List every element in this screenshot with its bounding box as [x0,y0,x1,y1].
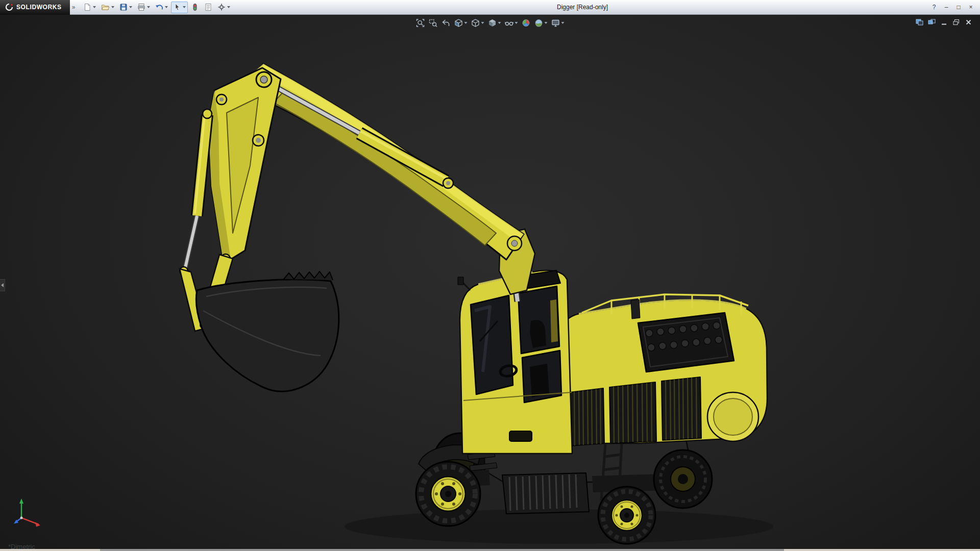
display-style-button[interactable] [486,17,503,29]
dropdown-caret-icon[interactable] [464,22,468,24]
document-icon [83,3,91,11]
undo-arrow-icon [155,3,163,11]
restore-icon [952,19,960,26]
tile-window-button[interactable] [915,18,924,26]
solidworks-logo: SOLIDWORKS [0,0,70,15]
dassault-logo-icon [5,3,13,11]
mirror [458,277,463,285]
previous-view-button[interactable] [440,17,452,29]
wheel-rear-right[interactable] [654,450,712,508]
save-button[interactable] [117,2,134,13]
bucket-teeth [284,271,333,280]
upper-body[interactable] [555,294,767,446]
options-button[interactable] [215,2,232,13]
undo-button[interactable] [153,2,170,13]
bucket[interactable] [196,271,338,391]
menu-expand-chevron-icon[interactable]: » [72,4,76,11]
wireframe-cube-icon [471,18,480,28]
scene-ball-icon [534,18,544,28]
cascade-windows-icon [928,19,936,26]
edit-appearance-button[interactable] [520,17,532,29]
dropdown-caret-icon[interactable] [227,6,230,8]
heads-up-view-toolbar [414,17,566,29]
restore-document-button[interactable] [952,18,961,26]
apply-scene-button[interactable] [533,17,549,29]
dropdown-caret-icon[interactable] [515,22,518,24]
section-view-button[interactable] [453,17,469,29]
back-arrow-icon [442,18,451,28]
magnifier-area-icon [429,18,438,28]
magnifier-fit-icon [416,18,425,28]
floppy-icon [119,3,128,11]
wheel-front-left[interactable] [416,462,480,526]
status-bar-inset [100,549,784,551]
window-controls: ? – □ × [929,2,980,12]
help-button[interactable]: ? [929,2,939,12]
minimize-document-button[interactable] [940,18,948,26]
dropdown-caret-icon[interactable] [183,6,186,8]
document-window-controls [915,18,973,26]
print-button[interactable] [135,2,152,13]
section-cube-icon [454,18,463,28]
document-lines-icon [204,3,212,11]
view-orientation-button[interactable] [470,17,486,29]
folder-icon [101,3,110,11]
dropdown-caret-icon[interactable] [498,22,501,24]
dropdown-caret-icon[interactable] [545,22,548,24]
color-ball-icon [522,18,531,28]
seat [530,320,546,348]
engine-block[interactable] [638,313,734,372]
dropdown-caret-icon[interactable] [481,22,484,24]
dropdown-caret-icon[interactable] [129,6,132,8]
status-bar [0,549,980,551]
shaded-cube-icon [488,18,497,28]
dropdown-caret-icon[interactable] [93,6,96,8]
orientation-triad [14,498,40,527]
dropdown-caret-icon[interactable] [111,6,114,8]
select-button[interactable] [171,2,188,13]
minimize-button[interactable]: – [941,2,951,12]
exhaust [631,299,640,319]
wheel-front-right[interactable] [598,487,655,544]
close-icon [965,19,972,26]
printer-icon [137,3,145,11]
title-bar: SOLIDWORKS » [0,0,980,15]
hide-show-items-button[interactable] [503,17,520,29]
zoom-to-fit-button[interactable] [414,17,427,29]
open-button[interactable] [99,2,116,13]
cursor-icon [173,3,181,11]
document-title: Digger [Read-only] [185,0,980,15]
close-document-button[interactable] [964,18,973,26]
main-toolbar [81,2,232,13]
rebuild-button[interactable] [189,2,201,13]
collapse-arrow-icon [1,283,4,287]
dropdown-caret-icon[interactable] [165,6,168,8]
new-document-button[interactable] [81,2,98,13]
graphics-area[interactable]: *Dimetric [0,15,980,551]
maximize-button[interactable]: □ [953,2,964,12]
glasses-icon [505,18,514,28]
dropdown-caret-icon[interactable] [147,6,150,8]
file-properties-button[interactable] [202,2,214,13]
ground-shadow [345,509,773,544]
stick-cylinder[interactable] [180,109,212,275]
tile-windows-icon [916,19,923,26]
traffic-light-icon [191,3,199,11]
minimize-icon [941,19,948,26]
view-settings-button[interactable] [550,17,566,29]
zoom-to-area-button[interactable] [427,17,439,29]
panel-collapse-tab[interactable] [0,279,5,291]
gear-icon [217,3,226,11]
excavator-model[interactable] [0,15,980,551]
monitor-icon [551,18,560,28]
new-window-button[interactable] [927,18,936,26]
dropdown-caret-icon[interactable] [561,22,565,24]
brand-text: SOLIDWORKS [16,4,62,11]
stick-arm[interactable] [208,68,281,264]
boom-cylinder[interactable] [265,79,453,188]
solidworks-window: SOLIDWORKS » [0,0,980,551]
close-button[interactable]: × [966,2,976,12]
